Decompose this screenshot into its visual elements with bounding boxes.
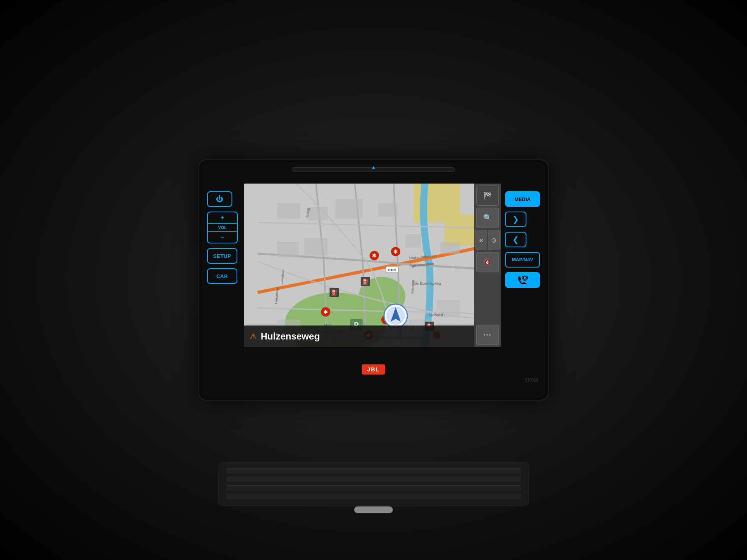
back-button[interactable]: « — [475, 230, 487, 250]
svg-point-52 — [523, 276, 526, 279]
volume-label: VOL — [208, 223, 237, 232]
vent-area — [218, 462, 529, 506]
next-button[interactable]: ❯ — [505, 212, 526, 227]
mapnav-button[interactable]: MAP/NAV — [505, 252, 540, 268]
svg-text:✱: ✱ — [372, 252, 377, 259]
model-number: 510069 — [525, 378, 538, 382]
left-controls: ⏻ + VOL − SETUP CAR — [207, 191, 238, 284]
setup-button[interactable]: SETUP — [207, 248, 237, 264]
svg-rect-7 — [335, 199, 363, 219]
car-interior: ▲ ⏻ + VOL − SETUP CAR — [0, 0, 747, 560]
zoom-in-button[interactable]: 🔍 — [476, 208, 499, 228]
svg-rect-11 — [405, 234, 421, 248]
phone-button[interactable] — [505, 272, 540, 288]
svg-rect-12 — [440, 242, 460, 254]
compass-button[interactable]: ◎ — [488, 230, 500, 250]
svg-text:S100: S100 — [388, 268, 396, 272]
car-button[interactable]: CAR — [207, 268, 237, 284]
warning-icon: ⚠ — [250, 332, 257, 341]
svg-rect-6 — [308, 207, 328, 220]
svg-text:✱: ✱ — [323, 309, 328, 315]
map-svg: Drakensteinstraat Zijpendaalstraat Van B… — [244, 184, 501, 347]
volume-down-button[interactable]: − — [208, 232, 237, 243]
media-button[interactable]: MEDIA — [505, 191, 540, 207]
mute-button[interactable]: 🔇 — [476, 252, 499, 272]
svg-text:Lankforst: Lankforst — [429, 313, 444, 317]
map-controls: 🏁 🔍 « ◎ — [474, 184, 501, 347]
prev-button[interactable]: ❮ — [505, 232, 526, 247]
svg-rect-5 — [277, 203, 300, 219]
street-name: Hulzenseweg — [261, 331, 320, 342]
eject-button[interactable]: ▲ — [371, 164, 376, 170]
right-controls: MEDIA ❯ ❮ MAP/NAV — [505, 191, 540, 288]
svg-text:Van Boetbergweg: Van Boetbergweg — [413, 282, 441, 285]
destination-button[interactable]: 🏁 — [476, 186, 499, 206]
svg-rect-10 — [378, 203, 398, 217]
svg-rect-9 — [304, 238, 328, 256]
volume-control: + VOL − — [207, 212, 238, 243]
more-options-button[interactable]: ••• — [476, 325, 499, 345]
svg-text:✱: ✱ — [393, 248, 398, 255]
map-container[interactable]: Drakensteinstraat Zijpendaalstraat Van B… — [244, 184, 501, 347]
svg-text:⛽: ⛽ — [331, 289, 338, 296]
svg-rect-8 — [277, 242, 298, 257]
phone-icon — [517, 276, 528, 284]
main-screen[interactable]: Drakensteinstraat Zijpendaalstraat Van B… — [244, 184, 501, 347]
dashboard-panel: ▲ ⏻ + VOL − SETUP CAR — [198, 159, 549, 401]
volume-up-button[interactable]: + — [208, 212, 237, 223]
jbl-logo: JBL — [362, 364, 385, 374]
svg-text:⛽: ⛽ — [362, 278, 369, 285]
power-button[interactable]: ⏻ — [207, 191, 232, 207]
navigation-bar: ⚠ Hulzenseweg — [244, 326, 474, 347]
